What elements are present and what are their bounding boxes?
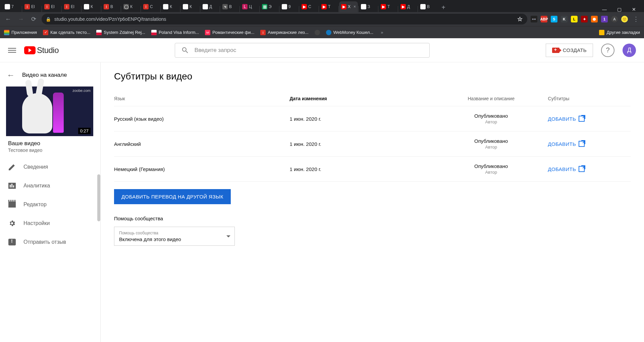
thumb-watermark: zoobe.com	[72, 89, 91, 93]
sidebar-item-settings[interactable]: Настройки	[0, 214, 100, 233]
window-minimize[interactable]: —	[600, 7, 609, 12]
table-row: Немецкий (Германия)1 июн. 2020 г.Опублик…	[114, 157, 631, 182]
add-subtitles-link[interactable]: ДОБАВИТЬ	[548, 141, 585, 147]
bookmark-item[interactable]: WebMoney Кошел...	[326, 30, 374, 35]
help-button[interactable]: ?	[601, 44, 614, 57]
arrow-left-icon: ←	[7, 71, 15, 79]
sidebar-scrollbar[interactable]	[97, 174, 100, 221]
add-language-button[interactable]: ДОБАВИТЬ ПЕРЕВОД НА ДРУГОЙ ЯЗЫК	[114, 189, 231, 204]
tab-label: El	[71, 4, 74, 9]
studio-wordmark: Studio	[37, 46, 59, 55]
browser-tab[interactable]: MВ	[418, 1, 437, 12]
bookmark-label: Poland Visa Inform...	[159, 30, 199, 35]
favicon: ▶	[321, 4, 327, 9]
bookmark-label: Как сделать тесто...	[50, 30, 90, 35]
community-help-select[interactable]: Помощь сообщества Включена для этого вид…	[114, 227, 235, 246]
ext-incognito-icon[interactable]: 👓	[531, 16, 537, 22]
browser-tab[interactable]: ▶X×	[339, 1, 358, 12]
cell-language: Английский	[114, 131, 290, 157]
browser-tab[interactable]: ▶С	[300, 1, 318, 12]
account-avatar[interactable]: Д	[623, 44, 636, 57]
nav-back[interactable]: ←	[3, 14, 13, 24]
pl-icon	[151, 30, 157, 35]
browser-tab[interactable]: GЗ	[359, 1, 378, 12]
browser-tab[interactable]: iEl	[22, 1, 41, 12]
wm-icon	[326, 30, 331, 35]
ext-k-icon[interactable]: K	[561, 16, 568, 22]
tab-label: В	[110, 4, 113, 9]
favicon: M	[282, 4, 287, 9]
profile-avatar-icon[interactable]: 🙂	[621, 16, 628, 22]
tab-label: К	[91, 4, 93, 9]
address-bar[interactable]: 🔒 studio.youtube.com/video/PznYp6oENPQ/t…	[42, 14, 527, 24]
browser-tab[interactable]: ҹВ	[220, 1, 239, 12]
add-subtitles-link[interactable]: ДОБАВИТЬ	[548, 166, 585, 172]
bookmark-star-icon[interactable]: ☆	[517, 16, 523, 22]
browser-tab[interactable]: ◉Д	[201, 1, 219, 12]
bookmark-item[interactable]: System Zdalnej Rej...	[96, 30, 145, 35]
browser-tab[interactable]: iEl	[42, 1, 61, 12]
check-icon: ✓	[43, 30, 48, 35]
bookmark-item[interactable]: ✓Как сделать тесто...	[43, 30, 90, 35]
ext-badge-icon[interactable]: 1	[601, 16, 608, 22]
ext-pdf-icon[interactable]: ✦	[581, 16, 588, 22]
favicon: i	[44, 4, 50, 9]
browser-menu[interactable]: ⋮	[631, 14, 641, 24]
sidebar-item-analytics[interactable]: Аналитика	[0, 176, 100, 195]
ext-m-icon[interactable]: ⬣	[591, 16, 598, 22]
menu-button[interactable]	[8, 46, 16, 54]
browser-tab[interactable]: iEl	[62, 1, 81, 12]
browser-tab[interactable]: ◉К	[161, 1, 180, 12]
bookmark-item[interactable]: iviРомантические фи...	[205, 30, 254, 35]
window-close[interactable]: ✕	[629, 7, 639, 12]
sidebar-item-editor[interactable]: Редактор	[0, 195, 100, 214]
browser-tab[interactable]: ▶Д	[398, 1, 417, 12]
ext-abp-icon[interactable]: ABP	[541, 16, 547, 22]
browser-tab[interactable]: M7	[3, 1, 21, 12]
video-thumbnail[interactable]: zoobe.com 0:27	[6, 87, 93, 136]
browser-tab[interactable]: ▶T	[319, 1, 338, 12]
other-bookmarks[interactable]: Другие закладки	[599, 30, 640, 35]
browser-tab[interactable]: MК	[82, 1, 101, 12]
tab-label: К	[170, 4, 172, 9]
cell-language: Русский (язык видео)	[114, 106, 290, 131]
cell-date: 1 июн. 2020 г.	[290, 106, 434, 131]
nav-reload[interactable]: ⟳	[29, 14, 38, 24]
search-input[interactable]: Введите запрос	[175, 43, 430, 58]
youtube-studio-logo[interactable]: Studio	[24, 46, 59, 55]
col-date[interactable]: Дата изменения	[290, 91, 434, 106]
bookmark-item[interactable]: Poland Visa Inform...	[151, 30, 199, 35]
window-maximize[interactable]: ▢	[614, 7, 624, 12]
browser-tab[interactable]: ▦Э	[260, 1, 279, 12]
new-tab-button[interactable]: +	[439, 3, 448, 12]
favicon: ▦	[262, 4, 267, 9]
browser-tab[interactable]: iС	[141, 1, 160, 12]
bookmark-item[interactable]: iАмериканские лез...	[260, 30, 308, 35]
community-help-heading: Помощь сообщества	[114, 216, 631, 221]
ext-l-icon[interactable]: L	[571, 16, 578, 22]
create-button[interactable]: СОЗДАТЬ	[546, 44, 593, 57]
ext-skype-icon[interactable]: S	[551, 16, 557, 22]
sidebar-item-feedback[interactable]: Отправить отзыв	[0, 233, 100, 251]
browser-tab[interactable]: iВ	[102, 1, 120, 12]
browser-tab[interactable]: LЦ	[240, 1, 259, 12]
close-icon[interactable]: ×	[354, 4, 356, 9]
browser-tab[interactable]: ▶Т	[379, 1, 397, 12]
extensions-row: 👓 ABP S K L ✦ ⬣ 1 A 🙂 ⋮	[531, 14, 641, 24]
cell-action: ДОБАВИТЬ	[548, 131, 631, 157]
browser-tab[interactable]: ◉К	[181, 1, 200, 12]
back-to-channel-videos[interactable]: ← Видео на канале	[0, 68, 100, 84]
apps-shortcut[interactable]: Приложения	[4, 30, 37, 35]
analytics-icon	[8, 182, 16, 190]
tab-label: С	[150, 4, 153, 9]
page-title: Субтитры к видео	[114, 71, 631, 82]
feedback-icon	[8, 238, 16, 246]
bookmarks-overflow[interactable]: »	[379, 30, 384, 35]
ext-a-icon[interactable]: A	[611, 16, 618, 22]
browser-tab[interactable]: ◯К	[121, 1, 140, 12]
bookmark-item[interactable]	[315, 30, 320, 35]
browser-tab[interactable]: M9	[280, 1, 299, 12]
sidebar-item-details[interactable]: Сведения	[0, 158, 100, 176]
add-subtitles-link[interactable]: ДОБАВИТЬ	[548, 116, 585, 122]
nav-forward[interactable]: →	[16, 14, 25, 24]
